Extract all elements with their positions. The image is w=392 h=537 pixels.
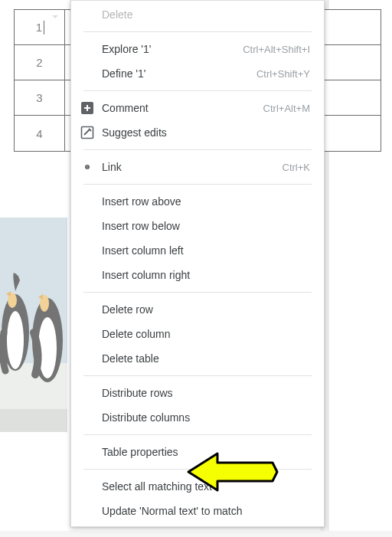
suggest-edits-icon [80, 126, 94, 139]
menu-item-explore[interactable]: Explore '1' Ctrl+Alt+Shift+I [71, 37, 324, 61]
menu-label: Delete column [102, 328, 310, 340]
menu-shortcut: Ctrl+Alt+Shift+I [243, 44, 310, 55]
annotation-arrow [187, 447, 279, 496]
menu-separator [83, 184, 312, 185]
menu-item-define[interactable]: Define '1' Ctrl+Shift+Y [71, 61, 324, 86]
menu-separator [83, 292, 312, 293]
menu-label: Delete row [102, 303, 310, 316]
menu-item-insert-row-above[interactable]: Insert row above [71, 189, 324, 214]
menu-shortcut: Ctrl+K [283, 162, 310, 173]
menu-item-insert-column-right[interactable]: Insert column right [71, 263, 324, 287]
menu-item-comment[interactable]: Comment Ctrl+Alt+M [71, 96, 324, 120]
menu-label: Comment [102, 102, 263, 114]
comment-icon [80, 101, 94, 115]
menu-label: Explore '1' [102, 43, 243, 55]
menu-item-delete-table[interactable]: Delete table [71, 346, 324, 371]
menu-item-delete: Delete [71, 2, 324, 27]
menu-label: Insert column right [102, 269, 310, 281]
svg-rect-13 [86, 166, 90, 168]
menu-item-insert-row-below[interactable]: Insert row below [71, 214, 324, 238]
menu-label: Insert column left [102, 244, 310, 257]
menu-shortcut: Ctrl+Alt+M [263, 103, 310, 114]
menu-item-link[interactable]: Link Ctrl+K [71, 155, 324, 179]
svg-rect-11 [87, 105, 88, 111]
menu-item-suggest-edits[interactable]: Suggest edits [71, 120, 324, 145]
menu-separator [83, 375, 312, 376]
menu-label: Update 'Normal text' to match [102, 505, 310, 517]
svg-marker-14 [188, 454, 277, 490]
menu-separator [83, 31, 312, 32]
menu-label: Delete [102, 8, 310, 21]
menu-label: Distribute rows [102, 387, 310, 399]
menu-item-delete-column[interactable]: Delete column [71, 322, 324, 346]
menu-shortcut: Ctrl+Shift+Y [256, 68, 310, 80]
menu-separator [83, 434, 312, 435]
menu-item-distribute-rows[interactable]: Distribute rows [71, 381, 324, 405]
link-icon [80, 160, 94, 174]
menu-separator [83, 149, 312, 150]
menu-label: Distribute columns [102, 411, 310, 424]
menu-label: Link [102, 161, 283, 173]
menu-item-delete-row[interactable]: Delete row [71, 297, 324, 322]
menu-separator [83, 90, 312, 91]
menu-item-update-normal-text[interactable]: Update 'Normal text' to match [71, 499, 324, 523]
menu-label: Insert row below [102, 220, 310, 232]
menu-label: Suggest edits [102, 126, 310, 139]
menu-item-distribute-columns[interactable]: Distribute columns [71, 405, 324, 430]
menu-label: Insert row above [102, 195, 310, 208]
menu-label: Define '1' [102, 67, 256, 80]
menu-item-insert-column-left[interactable]: Insert column left [71, 238, 324, 263]
menu-label: Delete table [102, 352, 310, 365]
